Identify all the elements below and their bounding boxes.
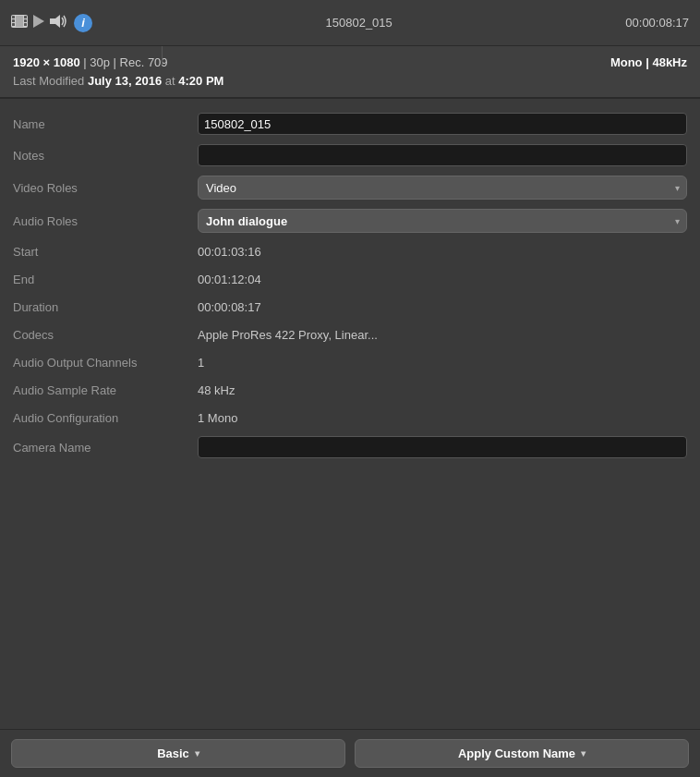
svg-rect-1: [12, 16, 15, 18]
audio-roles-select[interactable]: John dialogue Dialogue Music Effects: [198, 209, 687, 233]
video-roles-row: Video Roles Video Titles Effects ▾: [0, 171, 700, 204]
info-section: 1920 × 1080 | 30p | Rec. 709 Mono | 48kH…: [0, 46, 700, 98]
audio-roles-select-wrapper: John dialogue Dialogue Music Effects ▾: [198, 209, 687, 233]
apply-custom-name-button[interactable]: Apply Custom Name ▾: [355, 739, 689, 768]
toolbar-timecode: 00:00:08:17: [625, 16, 689, 30]
duration-label: Duration: [13, 300, 198, 314]
info-button[interactable]: i: [74, 14, 92, 32]
film-icon[interactable]: [11, 15, 28, 30]
duration-row: Duration 00:00:08:17: [0, 293, 700, 321]
codecs-row: Codecs Apple ProRes 422 Proxy, Linear...: [0, 321, 700, 348]
toolbar-icons: i: [11, 14, 92, 32]
end-label: End: [13, 273, 198, 286]
apply-chevron-icon: ▾: [581, 748, 585, 759]
audio-config-value: 1 Mono: [198, 411, 687, 425]
codecs-label: Codecs: [13, 328, 198, 342]
notes-input[interactable]: [198, 144, 687, 166]
basic-button[interactable]: Basic ▾: [11, 739, 345, 768]
start-row: Start 00:01:03:16: [0, 237, 700, 265]
name-input[interactable]: [198, 113, 687, 135]
svg-marker-8: [33, 15, 44, 28]
audio-output-value: 1: [198, 356, 687, 370]
svg-rect-6: [24, 23, 27, 26]
svg-rect-5: [24, 19, 27, 22]
bottom-bar: Basic ▾ Apply Custom Name ▾: [0, 729, 700, 777]
duration-value: 00:00:08:17: [198, 300, 687, 314]
toolbar: i 150802_015 00:00:08:17: [0, 0, 700, 46]
audio-icon[interactable]: [50, 14, 68, 31]
audio-specs: Mono | 48kHz: [610, 54, 687, 72]
end-value: 00:01:12:04: [198, 273, 687, 286]
audio-config-label: Audio Configuration: [13, 411, 198, 425]
video-roles-select[interactable]: Video Titles Effects: [198, 176, 687, 200]
video-roles-label: Video Roles: [13, 181, 198, 195]
toolbar-title: 150802_015: [92, 16, 625, 30]
name-row: Name: [0, 108, 700, 140]
audio-roles-row: Audio Roles John dialogue Dialogue Music…: [0, 204, 700, 237]
svg-rect-3: [12, 23, 15, 26]
play-icon[interactable]: [33, 15, 44, 30]
audio-sample-row: Audio Sample Rate 48 kHz: [0, 376, 700, 404]
tech-specs: 1920 × 1080 | 30p | Rec. 709: [13, 54, 168, 72]
basic-chevron-icon: ▾: [195, 748, 199, 759]
basic-label: Basic: [157, 747, 189, 760]
notes-row: Notes: [0, 140, 700, 171]
svg-rect-2: [12, 19, 15, 22]
notes-label: Notes: [13, 149, 198, 163]
audio-sample-label: Audio Sample Rate: [13, 383, 198, 397]
video-roles-select-wrapper: Video Titles Effects ▾: [198, 176, 687, 200]
name-label: Name: [13, 117, 198, 131]
start-label: Start: [13, 245, 198, 259]
end-row: End 00:01:12:04: [0, 265, 700, 293]
svg-rect-7: [16, 16, 23, 27]
svg-marker-9: [50, 15, 60, 28]
fields-area: Name Notes Video Roles Video Titles Effe…: [0, 99, 700, 472]
apply-label: Apply Custom Name: [458, 747, 575, 760]
audio-sample-value: 48 kHz: [198, 383, 687, 397]
camera-name-input[interactable]: [198, 436, 687, 458]
codecs-value: Apple ProRes 422 Proxy, Linear...: [198, 328, 687, 342]
audio-output-row: Audio Output Channels 1: [0, 348, 700, 376]
audio-roles-label: Audio Roles: [13, 214, 198, 228]
camera-name-row: Camera Name: [0, 431, 700, 463]
audio-config-row: Audio Configuration 1 Mono: [0, 404, 700, 431]
start-value: 00:01:03:16: [198, 245, 687, 259]
camera-name-label: Camera Name: [13, 441, 198, 455]
modified-info: Last Modified July 13, 2016 at 4:20 PM: [13, 72, 687, 91]
svg-rect-4: [24, 16, 27, 18]
audio-output-label: Audio Output Channels: [13, 356, 198, 370]
